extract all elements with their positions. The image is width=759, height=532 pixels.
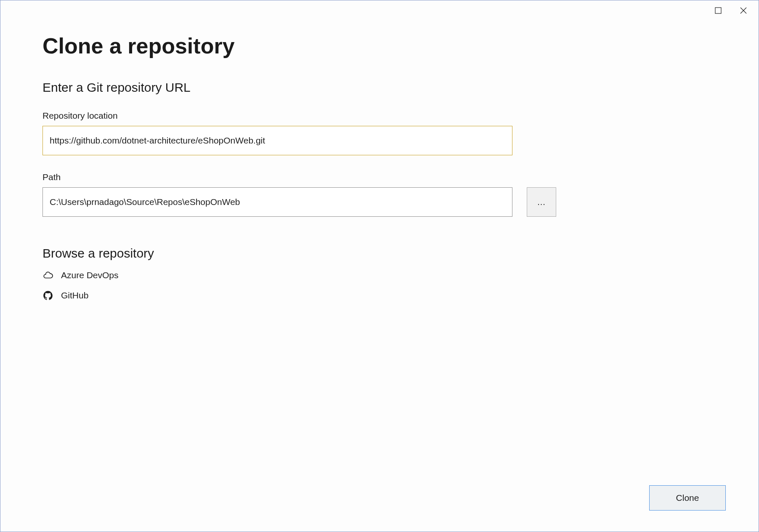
browse-path-button[interactable]: ...	[527, 187, 556, 217]
close-button[interactable]	[731, 2, 756, 19]
repository-location-row	[42, 126, 717, 155]
repository-location-input[interactable]	[42, 126, 512, 155]
url-section-heading: Enter a Git repository URL	[42, 80, 717, 95]
clone-repository-dialog: Clone a repository Enter a Git repositor…	[0, 0, 759, 532]
browse-repository-section: Browse a repository Azure DevOps GitHub	[42, 246, 717, 301]
dialog-footer: Clone	[649, 485, 726, 511]
path-label: Path	[42, 172, 717, 182]
maximize-icon	[715, 7, 722, 14]
path-input[interactable]	[42, 187, 512, 217]
page-title: Clone a repository	[42, 33, 717, 59]
path-row: ...	[42, 187, 717, 217]
close-icon	[740, 7, 747, 14]
provider-label: Azure DevOps	[61, 270, 119, 280]
github-icon	[42, 290, 53, 301]
provider-azure-devops[interactable]: Azure DevOps	[42, 270, 717, 281]
titlebar	[0, 0, 759, 21]
dialog-content: Clone a repository Enter a Git repositor…	[0, 21, 759, 532]
provider-github[interactable]: GitHub	[42, 290, 717, 301]
svg-rect-0	[715, 8, 721, 13]
repository-location-label: Repository location	[42, 111, 717, 121]
provider-label: GitHub	[61, 290, 88, 301]
clone-button[interactable]: Clone	[649, 485, 726, 511]
maximize-button[interactable]	[706, 2, 731, 19]
cloud-icon	[42, 270, 53, 281]
browse-section-heading: Browse a repository	[42, 246, 717, 261]
